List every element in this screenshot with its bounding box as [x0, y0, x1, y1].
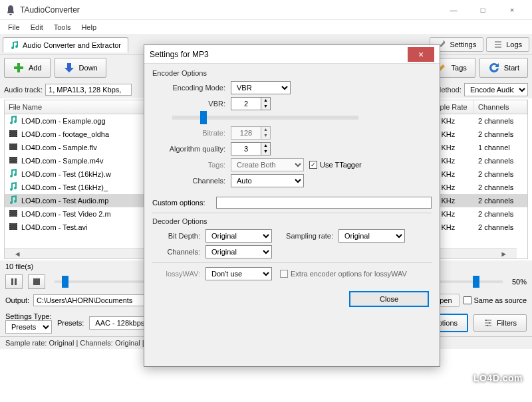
close-button[interactable]: ×	[497, 1, 527, 19]
app-icon	[5, 5, 16, 15]
channels: 2 channels	[474, 222, 527, 233]
output-label: Output:	[5, 296, 29, 304]
logs-button[interactable]: Logs	[486, 37, 529, 52]
file-name: LO4D.com - Sample.m4v	[21, 157, 103, 165]
lossywav-label: lossyWAV:	[152, 270, 205, 278]
svg-point-39	[9, 224, 10, 225]
music-icon	[10, 41, 19, 50]
bitrate-label: Bitrate:	[152, 129, 231, 137]
menubar: File Edit Tools Help	[0, 20, 532, 35]
custom-options-input[interactable]	[216, 197, 432, 209]
file-name: LO4D.com - Example.ogg	[21, 117, 106, 125]
svg-point-5	[9, 135, 10, 136]
svg-point-14	[9, 148, 10, 149]
watermark: LO4D.com	[473, 373, 523, 383]
algo-quality-spinner[interactable]: ▲▼	[231, 142, 271, 155]
dec-channels-label: Channels:	[152, 248, 205, 256]
refresh-icon	[488, 62, 500, 74]
svg-point-42	[16, 224, 17, 225]
svg-point-4	[9, 133, 10, 134]
svg-point-35	[16, 215, 17, 215]
tab-label: Audio Converter and Extractor	[23, 41, 121, 49]
down-button[interactable]: Down	[55, 58, 106, 78]
menu-edit[interactable]: Edit	[25, 22, 49, 33]
channels: 2 channels	[474, 155, 527, 166]
sampling-rate-select[interactable]: Original	[338, 229, 405, 243]
decoder-options-label: Decoder Options	[152, 217, 432, 225]
channels: 1 channel	[474, 142, 527, 153]
same-as-source-checkbox[interactable]: Same as source	[464, 296, 527, 304]
svg-point-31	[9, 213, 10, 213]
music-icon	[9, 169, 18, 179]
settings-dialog: Settings for MP3 × Encoder Options Encod…	[144, 45, 440, 367]
start-button[interactable]: Start	[479, 58, 528, 78]
svg-rect-47	[485, 320, 487, 321]
svg-point-15	[16, 144, 17, 145]
svg-point-25	[16, 159, 17, 160]
menu-tools[interactable]: Tools	[49, 22, 76, 33]
film-icon	[9, 209, 18, 219]
file-name: LO4D.com - Sample.flv	[21, 144, 97, 151]
tab-converter[interactable]: Audio Converter and Extractor	[3, 37, 128, 52]
arrow-down-icon	[63, 62, 75, 74]
bitdepth-select[interactable]: Original	[205, 229, 272, 243]
svg-rect-48	[489, 322, 490, 324]
pause-button[interactable]	[5, 274, 23, 289]
volume-percent: 50%	[512, 278, 527, 286]
bitrate-spinner: ▲▼	[231, 126, 271, 140]
volume-thumb[interactable]	[473, 276, 479, 288]
svg-point-12	[9, 144, 10, 145]
svg-point-17	[16, 148, 17, 149]
algo-quality-label: Algorithm quality:	[152, 145, 231, 153]
svg-point-24	[16, 157, 17, 158]
svg-point-16	[16, 146, 17, 147]
svg-point-33	[16, 211, 17, 211]
col-channels[interactable]: Channels	[474, 100, 527, 114]
filters-button[interactable]: Filters	[473, 314, 527, 332]
channels: 2 channels	[474, 195, 527, 206]
add-button[interactable]: Add	[4, 58, 51, 78]
channels: 2 channels	[474, 169, 527, 179]
settings-type-select[interactable]: Presets	[5, 320, 52, 334]
method-select[interactable]: Encode Audio	[464, 83, 528, 96]
spin-up-icon[interactable]: ▲	[261, 98, 270, 104]
position-slider[interactable]	[55, 280, 148, 283]
dec-channels-select[interactable]: Original	[205, 245, 272, 258]
vbr-slider[interactable]	[172, 116, 358, 120]
svg-point-30	[9, 211, 10, 211]
stop-button[interactable]	[28, 274, 45, 289]
svg-point-3	[9, 131, 10, 132]
channels-select[interactable]: Auto	[231, 174, 304, 187]
music-icon	[9, 182, 18, 193]
maximize-button[interactable]: □	[468, 1, 497, 19]
svg-point-8	[16, 135, 17, 136]
vbr-thumb[interactable]	[200, 111, 207, 124]
audio-track-input[interactable]	[45, 84, 132, 96]
svg-point-21	[9, 157, 10, 158]
encoding-mode-label: Encoding Mode:	[152, 84, 231, 92]
svg-point-34	[16, 213, 17, 213]
encoder-options-label: Encoder Options	[152, 69, 432, 77]
file-name: LO4D.com - Test.avi	[21, 223, 87, 231]
dialog-title: Settings for MP3	[150, 50, 408, 59]
svg-point-13	[9, 146, 10, 147]
encoding-mode-select[interactable]: VBR	[231, 81, 291, 94]
position-thumb[interactable]	[62, 276, 68, 288]
dialog-close-button[interactable]: ×	[408, 47, 434, 62]
minimize-button[interactable]: —	[439, 1, 468, 19]
film-icon	[9, 155, 18, 166]
menu-help[interactable]: Help	[76, 22, 102, 33]
svg-point-43	[16, 226, 17, 227]
svg-point-44	[16, 228, 17, 229]
svg-point-7	[16, 133, 17, 134]
spin-down-icon[interactable]: ▼	[261, 104, 270, 110]
dialog-close-bottom-button[interactable]: Close	[349, 291, 429, 307]
menu-file[interactable]: File	[3, 22, 25, 33]
channels: 2 channels	[474, 116, 527, 126]
use-ttagger-checkbox[interactable]: ✓Use TTagger	[309, 161, 362, 169]
film-icon	[9, 222, 18, 233]
lossywav-select[interactable]: Don't use	[205, 267, 272, 280]
vbr-spinner[interactable]: ▲▼	[231, 97, 271, 110]
svg-point-23	[9, 161, 10, 162]
extra-lossywav-checkbox: Extra encoder options for lossyWAV	[280, 270, 407, 278]
